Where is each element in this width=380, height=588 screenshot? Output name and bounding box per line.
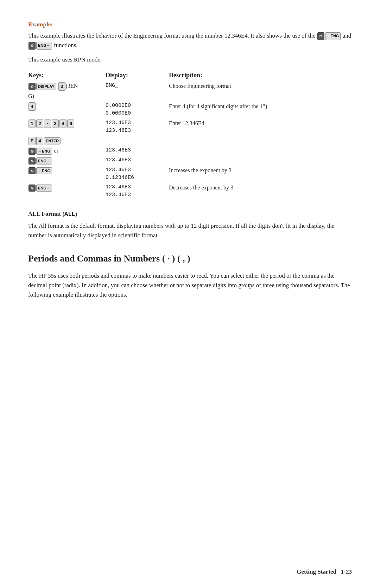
left-eng-key2: ←ENG [36, 148, 52, 155]
keys-cell: ⎋ENG→ [28, 156, 106, 166]
keys-table: Keys: Display: Description: ⎋DISPLAY 3(3… [28, 72, 352, 200]
table-row: ⎋←ENG or 123.46E3 [28, 146, 352, 156]
shift-key: ⎋ [28, 83, 36, 90]
e-key: E [28, 137, 36, 145]
table-row: ⎋ENG→ 123.46E3 [28, 156, 352, 166]
all-format-paragraph: The All format is the default format, di… [28, 221, 352, 240]
keys-cell: ⎋←ENG [28, 166, 106, 183]
shift-key3: ⎋ [28, 148, 36, 155]
and-text: and [343, 32, 352, 39]
keys-cell: G) [28, 91, 106, 101]
section-body: The HP 35s uses both periods and commas … [28, 271, 352, 300]
enter-key: ENTER [44, 137, 61, 145]
right-eng-key: ENG→ [36, 42, 52, 50]
desc-cell [169, 91, 352, 101]
shift-key6: ⎋ [28, 185, 36, 192]
1-key: 1 [28, 119, 36, 128]
table-row: ⎋←ENG 123.46E30.12346E6 Increases the ex… [28, 166, 352, 183]
footer-label: Getting Started [297, 568, 336, 575]
table-row: ⎋ENG→ 123.46E3123.46E3 Decreases the exp… [28, 183, 352, 200]
display-cell: 0.0000E00.0000E0 [106, 101, 169, 118]
table-row: E4ENTER [28, 136, 352, 146]
desc-cell [169, 146, 352, 156]
right-eng-key2: ENG→ [36, 157, 52, 165]
display-cell [106, 91, 169, 101]
display-cell [106, 136, 169, 146]
footer-page: 1-23 [341, 568, 352, 575]
display-cell: ENG_ [106, 81, 169, 91]
keys-cell: E4ENTER [28, 136, 106, 146]
example-intro-paragraph: This example illustrates the behavior of… [28, 31, 352, 50]
keys-cell: 4 [28, 101, 106, 118]
desc-cell [169, 156, 352, 166]
3-key2: 3 [52, 119, 59, 128]
table-row: G) [28, 91, 352, 101]
right-eng-key3: ENG→ [36, 185, 52, 192]
section-title: Periods and Commas in Numbers ( · ) ( , … [28, 253, 352, 265]
3-key: 3 [58, 82, 65, 91]
display-key: DISPLAY [36, 83, 56, 90]
section-title-symbols: ( · ) ( , ) [162, 253, 190, 264]
dot-key: · [44, 119, 51, 128]
display-cell: 123.46E3123.46E3 [106, 118, 169, 136]
desc-cell: Enter 4 (for 4 significant digits after … [169, 101, 352, 118]
all-format-mono: ALL [64, 211, 75, 218]
shift-key2: ⎋ [28, 42, 36, 50]
col-header-display: Display: [106, 72, 169, 81]
col-header-keys: Keys: [28, 72, 106, 81]
example-intro-text: This example illustrates the behavior of… [28, 32, 315, 39]
all-format-heading: ALL Format (ALL) [28, 211, 352, 218]
keys-cell: ⎋DISPLAY 3(3EN [28, 81, 106, 91]
left-eng-key: ←ENG [325, 32, 341, 40]
desc-cell: Choose Engineering format [169, 81, 352, 91]
display-cell: 123.46E3 [106, 156, 169, 166]
6-key: 6 [67, 119, 74, 128]
table-row: 4 0.0000E00.0000E0 Enter 4 (for 4 signif… [28, 101, 352, 118]
table-row: ⎋DISPLAY 3(3EN ENG_ Choose Engineering f… [28, 81, 352, 91]
4-key: 4 [28, 102, 36, 111]
4-key3: 4 [36, 137, 43, 145]
footer: Getting Started 1-23 [297, 568, 352, 575]
keys-cell: 12·346 [28, 118, 106, 136]
table-row: 12·346 123.46E3123.46E3 Enter 12.346E4 [28, 118, 352, 136]
example-mode-text: This example uses RPN mode. [28, 55, 352, 64]
display-cell: 123.46E3 [106, 146, 169, 156]
shift-key: ⎋ [317, 32, 324, 40]
2-key: 2 [36, 119, 43, 128]
left-eng-key3: ←ENG [36, 167, 52, 175]
desc-cell [169, 136, 352, 146]
shift-key5: ⎋ [28, 167, 36, 175]
desc-cell: Enter 12.346E4 [169, 118, 352, 136]
desc-cell: Increases the exponent by 3 [169, 166, 352, 183]
keys-cell: ⎋ENG→ [28, 183, 106, 200]
desc-cell: Decreases the exponent by 3 [169, 183, 352, 200]
display-cell: 123.46E3123.46E3 [106, 183, 169, 200]
shift-key4: ⎋ [28, 157, 36, 165]
col-header-desc: Description: [169, 72, 352, 81]
4-key2: 4 [59, 119, 66, 128]
section-title-main: Periods and Commas in Numbers [28, 253, 160, 264]
display-cell: 123.46E30.12346E6 [106, 166, 169, 183]
example-label: Example: [28, 21, 352, 28]
functions-text: functions. [54, 42, 78, 49]
all-format-label: ALL Format [28, 211, 61, 217]
keys-cell: ⎋←ENG or [28, 146, 106, 156]
